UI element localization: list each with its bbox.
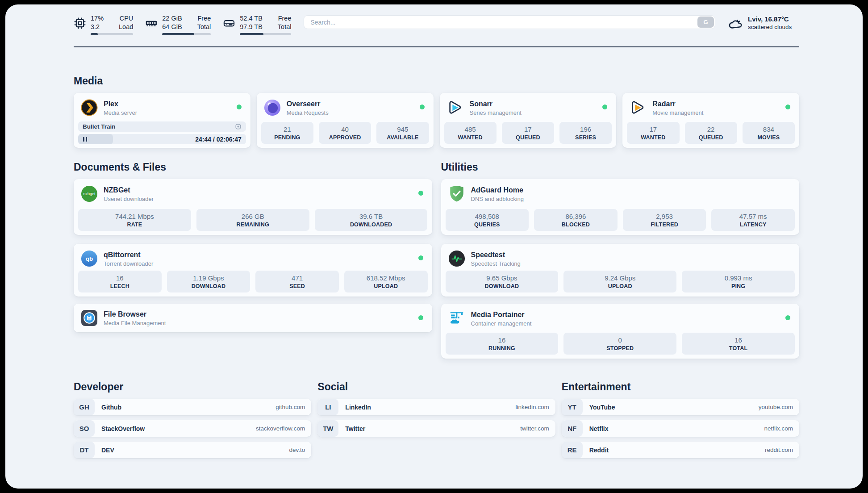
ram-icon <box>145 17 158 29</box>
social-section: Social LI LinkedIn linkedin.com TW Twitt… <box>317 381 555 463</box>
app-name: Overseerr <box>287 100 329 108</box>
ram-progress-fill <box>162 33 194 35</box>
app-name: qBittorrent <box>104 251 153 259</box>
pause-icon <box>83 137 84 142</box>
link-github[interactable]: GH Github github.com <box>74 399 311 415</box>
app-card-sonarr[interactable]: Sonarr Series management 485WANTED 17QUE… <box>440 93 617 148</box>
section-title-social: Social <box>317 381 555 393</box>
stat-box: 17QUEUED <box>502 122 554 144</box>
stat-box: 22QUEUED <box>685 122 737 144</box>
stat-box: 2,953FILTERED <box>623 209 706 231</box>
link-twitter[interactable]: TW Twitter twitter.com <box>317 420 555 437</box>
disk-icon <box>223 17 235 29</box>
app-desc: Media server <box>104 109 137 116</box>
app-card-plex[interactable]: Plex Media server Bullet Train 24:44 / 0… <box>74 93 250 148</box>
app-desc: Movie management <box>652 109 703 116</box>
app-card-nzbget[interactable]: nzbget NZBGet Usenet downloader 744.21 M… <box>74 179 432 235</box>
system-stats: 17%3.2 CPULoad 22 GiB64 GiB FreeTotal <box>74 14 291 35</box>
link-reddit[interactable]: RE Reddit reddit.com <box>562 442 799 458</box>
app-name: Media Portainer <box>471 310 532 319</box>
section-title-media: Media <box>74 75 799 87</box>
app-name: AdGuard Home <box>471 186 524 194</box>
app-card-speedtest[interactable]: Speedtest Speedtest Tracking 9.65 GbpsDO… <box>441 244 800 297</box>
app-name: NZBGet <box>104 186 154 194</box>
link-abbr: SO <box>74 420 95 437</box>
stat-box: 485WANTED <box>444 122 497 144</box>
link-name: Github <box>101 404 121 411</box>
stat-box: 266 GBREMAINING <box>196 209 309 231</box>
link-name: StackOverflow <box>101 425 145 432</box>
disk-values: 52.4 TB97.9 TB <box>240 14 263 31</box>
documents-column: nzbget NZBGet Usenet downloader 744.21 M… <box>74 179 432 332</box>
app-card-portainer[interactable]: Media Portainer Container management 16R… <box>441 304 800 359</box>
now-playing-row: Bullet Train <box>78 121 246 132</box>
stat-box: 17WANTED <box>627 122 679 144</box>
link-stackoverflow[interactable]: SO StackOverflow stackoverflow.com <box>74 420 311 437</box>
stat-box: 16TOTAL <box>682 333 795 355</box>
link-name: LinkedIn <box>345 404 371 411</box>
app-card-radarr[interactable]: Radarr Movie management 17WANTED 22QUEUE… <box>622 93 799 148</box>
stat-box: 1.19 GbpsDOWNLOAD <box>167 271 250 292</box>
link-url: github.com <box>275 404 305 410</box>
stat-box: 945AVAILABLE <box>376 122 429 144</box>
stat-box: 498,508QUERIES <box>446 209 529 231</box>
filebrowser-icon <box>81 309 98 326</box>
nzbget-icon: nzbget <box>81 185 98 202</box>
app-name: Sonarr <box>470 100 522 108</box>
stat-box: 16LEECH <box>78 271 162 292</box>
link-netflix[interactable]: NF Netflix netflix.com <box>562 420 799 437</box>
app-card-qbittorrent[interactable]: qb qBittorrent Torrent downloader 16LEEC… <box>74 244 432 297</box>
app-desc: Usenet downloader <box>104 196 154 202</box>
app-name: Speedtest <box>471 251 521 259</box>
link-name: Reddit <box>589 447 609 454</box>
player-progress-row: 24:44 / 02:06:47 <box>78 134 246 144</box>
adguard-icon <box>448 185 465 202</box>
app-name: File Browser <box>104 310 166 318</box>
weather-widget: Lviv, 16.87°C scattered clouds <box>728 14 799 31</box>
stat-box: 471SEED <box>255 271 339 292</box>
app-desc: Media Requests <box>287 109 329 116</box>
link-url: reddit.com <box>765 447 793 453</box>
search-engine-button[interactable]: G <box>697 17 714 28</box>
now-playing-title: Bullet Train <box>83 123 116 130</box>
playback-time: 24:44 / 02:06:47 <box>195 136 242 143</box>
stat-box: 39.6 TBDOWNLOADED <box>315 209 428 231</box>
disk-labels: FreeTotal <box>278 14 292 31</box>
stat-box: 16RUNNING <box>446 333 559 355</box>
link-youtube[interactable]: YT YouTube youtube.com <box>562 399 799 415</box>
header-divider <box>74 46 799 47</box>
app-desc: Media File Management <box>104 320 166 326</box>
section-title-utilities: Utilities <box>441 161 800 173</box>
search-input[interactable] <box>304 15 715 29</box>
speedtest-icon <box>448 250 465 267</box>
disk-progressbar <box>240 33 291 35</box>
cloud-icon <box>728 17 743 31</box>
link-dev[interactable]: DT DEV dev.to <box>74 442 311 458</box>
disk-progress-fill <box>240 33 263 35</box>
stat-box: 21PENDING <box>261 122 313 144</box>
cpu-values: 17%3.2 <box>91 14 104 31</box>
status-dot <box>418 191 423 196</box>
link-name: DEV <box>101 447 114 454</box>
link-abbr: GH <box>74 399 95 415</box>
app-card-adguard[interactable]: AdGuard Home DNS and adblocking 498,508Q… <box>441 179 800 235</box>
stat-box: 47.57 msLATENCY <box>711 209 795 231</box>
cpu-stat: 17%3.2 CPULoad <box>74 14 133 35</box>
entertainment-section: Entertainment YT YouTube youtube.com NF … <box>562 381 799 463</box>
cpu-progress-fill <box>91 33 98 35</box>
header: 17%3.2 CPULoad 22 GiB64 GiB FreeTotal <box>74 4 799 35</box>
player-progress-chip <box>78 134 113 144</box>
ram-values: 22 GiB64 GiB <box>162 14 182 31</box>
stat-box: 86,396BLOCKED <box>534 209 618 231</box>
search-bar: G <box>304 15 715 29</box>
camera-icon[interactable] <box>235 123 242 130</box>
app-card-overseerr[interactable]: Overseerr Media Requests 21PENDING 40APP… <box>257 93 434 148</box>
sonarr-icon <box>447 99 464 116</box>
link-abbr: DT <box>74 442 95 458</box>
link-url: netflix.com <box>764 425 793 432</box>
app-card-filebrowser[interactable]: File Browser Media File Management <box>74 304 432 332</box>
radarr-icon <box>630 99 647 116</box>
app-name: Radarr <box>652 100 703 108</box>
link-abbr: YT <box>562 399 583 415</box>
link-linkedin[interactable]: LI LinkedIn linkedin.com <box>317 399 555 415</box>
